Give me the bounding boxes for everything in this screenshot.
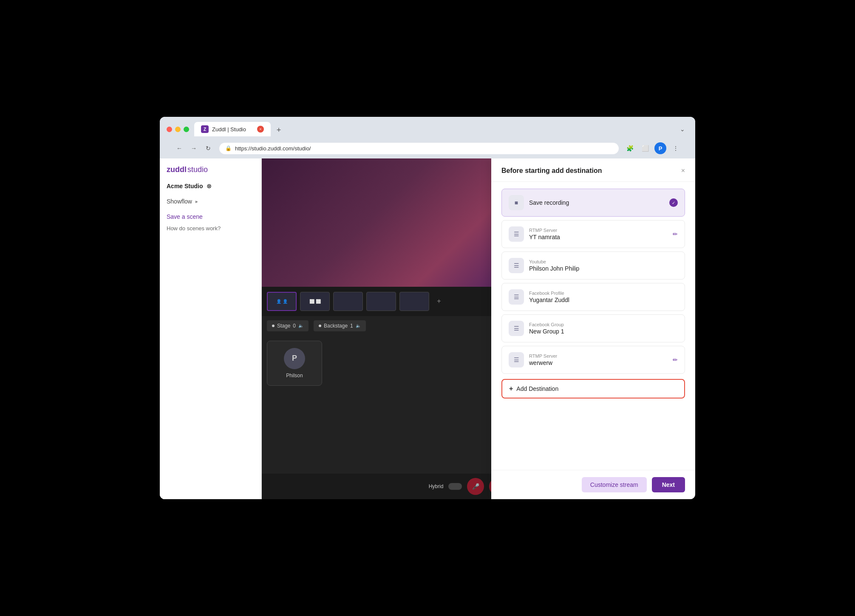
stage-label: Stage xyxy=(277,323,290,329)
overlay-panel: Before starting add destination × ■ Save… xyxy=(491,158,695,499)
browser-chrome: Z Zuddl | Studio × + ⌄ ← → ↻ 🔒 https://s… xyxy=(160,117,695,158)
panel-header: Before starting add destination × xyxy=(491,158,695,182)
selected-check-icon: ✓ xyxy=(669,198,678,207)
tab-title: Zuddl | Studio xyxy=(212,126,246,133)
yt-namrata-name: YT namrata xyxy=(529,234,668,240)
browser-topbar: Z Zuddl | Studio × + ⌄ xyxy=(167,122,688,136)
browser-actions: 🧩 ⬜ P ⋮ xyxy=(624,142,682,154)
destination-item-new-group[interactable]: ☰ Facebook Group New Group 1 xyxy=(501,314,685,342)
stage-button[interactable]: Stage 0 🔈 xyxy=(267,320,309,331)
add-scene-button[interactable]: + xyxy=(433,295,445,308)
save-recording-info: Save recording xyxy=(529,199,664,206)
panel-content: ■ Save recording ✓ ☰ RTMP Server YT namr… xyxy=(491,182,695,470)
maximize-window-button[interactable] xyxy=(184,127,189,132)
yugantar-type: Facebook Profile xyxy=(529,291,678,296)
new-group-name: New Group 1 xyxy=(529,328,678,335)
main-stage: 👤👤 ⬜⬜ + Stage 0 🔈 xyxy=(262,158,695,499)
stage-dot-icon xyxy=(272,325,275,327)
philson-john-name: Philson John Philip xyxy=(529,265,678,272)
add-plus-icon: + xyxy=(509,385,513,393)
customize-stream-button[interactable]: Customize stream xyxy=(582,477,647,492)
add-destination-button[interactable]: + Add Destination xyxy=(501,379,685,398)
thumbnail-2[interactable]: ⬜⬜ xyxy=(300,292,330,311)
security-lock-icon: 🔒 xyxy=(225,145,232,151)
destination-item-yt-namrata[interactable]: ☰ RTMP Server YT namrata ✏ xyxy=(501,220,685,248)
backstage-dot-icon xyxy=(319,325,321,327)
mic-muted-icon: 🎤 xyxy=(472,483,479,490)
thumbnail-1[interactable]: 👤👤 xyxy=(267,292,297,311)
backstage-label: Backstage xyxy=(324,323,348,329)
save-recording-icon: ■ xyxy=(509,195,524,210)
reload-button[interactable]: ↻ xyxy=(202,142,214,154)
destination-item-philson-john[interactable]: ☰ Youtube Philson John Philip xyxy=(501,251,685,280)
yt-namrata-type: RTMP Server xyxy=(529,228,668,233)
philson-john-type: Youtube xyxy=(529,259,678,264)
forward-button[interactable]: → xyxy=(188,142,200,154)
participant-avatar: P xyxy=(284,348,305,369)
destination-item-save-recording[interactable]: ■ Save recording ✓ xyxy=(501,189,685,217)
yt-namrata-info: RTMP Server YT namrata xyxy=(529,228,668,240)
split-tab-icon[interactable]: ⬜ xyxy=(639,142,651,154)
thumbnail-3[interactable] xyxy=(333,292,363,311)
new-group-info: Facebook Group New Group 1 xyxy=(529,322,678,335)
save-recording-name: Save recording xyxy=(529,199,664,206)
new-group-type: Facebook Group xyxy=(529,322,678,327)
close-window-button[interactable] xyxy=(167,127,172,132)
panel-close-button[interactable]: × xyxy=(681,167,685,175)
how-scenes-link[interactable]: How do scenes work? xyxy=(167,225,255,232)
werwerw-type: RTMP Server xyxy=(529,353,668,359)
edit-werwerw-icon[interactable]: ✏ xyxy=(673,356,678,363)
active-tab[interactable]: Z Zuddl | Studio × xyxy=(194,122,271,136)
new-tab-button[interactable]: + xyxy=(272,124,285,136)
logo-area: zuddl studio xyxy=(167,165,255,174)
profile-button[interactable]: P xyxy=(654,142,666,154)
thumbnail-icon-1: 👤👤 xyxy=(276,299,288,304)
browser-menu-dots-icon[interactable]: ⋮ xyxy=(670,142,682,154)
tab-favicon-icon: Z xyxy=(201,125,209,133)
sidebar: zuddl studio Acme Studio ⊗ Showflow ► Sa… xyxy=(160,158,262,499)
logo-zuddl: zuddl xyxy=(167,165,187,174)
yugantar-info: Facebook Profile Yugantar Zuddl xyxy=(529,291,678,303)
traffic-lights xyxy=(167,127,189,132)
backstage-button[interactable]: Backstage 1 🔈 xyxy=(314,320,366,331)
stage-count: 0 xyxy=(293,323,296,329)
thumbnail-4[interactable] xyxy=(366,292,396,311)
extensions-icon[interactable]: 🧩 xyxy=(624,142,636,154)
yugantar-name: Yugantar Zuddl xyxy=(529,297,678,303)
showflow-arrow-icon: ► xyxy=(195,199,199,204)
destination-item-werwerw[interactable]: ☰ RTMP Server werwerw ✏ xyxy=(501,346,685,374)
logo-studio: studio xyxy=(187,165,208,174)
thumbnail-icon-2: ⬜⬜ xyxy=(309,299,321,304)
app-content: zuddl studio Acme Studio ⊗ Showflow ► Sa… xyxy=(160,158,695,499)
panel-footer: Customize stream Next xyxy=(491,470,695,499)
browser-menu-icon[interactable]: ⌄ xyxy=(680,126,688,133)
participant-name: Philson xyxy=(286,373,303,379)
rtmp-icon-2: ☰ xyxy=(509,352,524,367)
werwerw-info: RTMP Server werwerw xyxy=(529,353,668,366)
next-button[interactable]: Next xyxy=(652,477,685,492)
showflow-item[interactable]: Showflow ► xyxy=(167,198,255,205)
thumbnail-5[interactable] xyxy=(399,292,429,311)
stage-speaker-icon: 🔈 xyxy=(298,323,303,328)
mute-button[interactable]: 🎤 xyxy=(467,478,484,495)
backstage-count: 1 xyxy=(350,323,353,329)
philson-john-info: Youtube Philson John Philip xyxy=(529,259,678,272)
hybrid-label: Hybrid xyxy=(429,483,444,489)
destination-item-yugantar[interactable]: ☰ Facebook Profile Yugantar Zuddl xyxy=(501,283,685,311)
back-button[interactable]: ← xyxy=(173,142,185,154)
save-scene-button[interactable]: Save a scene xyxy=(167,213,255,220)
panel-title: Before starting add destination xyxy=(501,167,602,175)
rtmp-icon-1: ☰ xyxy=(509,226,524,242)
hybrid-toggle[interactable] xyxy=(448,483,462,490)
add-destination-label: Add Destination xyxy=(516,385,558,392)
browser-tabs: Z Zuddl | Studio × + xyxy=(194,122,675,136)
nav-buttons: ← → ↻ xyxy=(173,142,214,154)
participant-card: P Philson xyxy=(267,341,322,386)
werwerw-name: werwerw xyxy=(529,359,668,366)
address-bar[interactable]: 🔒 https://studio.zuddl.com/studio/ xyxy=(219,143,619,154)
edit-yt-namrata-icon[interactable]: ✏ xyxy=(673,231,678,237)
facebook-group-icon: ☰ xyxy=(509,321,524,336)
tab-close-button[interactable]: × xyxy=(257,126,264,133)
share-icon[interactable]: ⊗ xyxy=(207,183,212,189)
minimize-window-button[interactable] xyxy=(175,127,181,132)
